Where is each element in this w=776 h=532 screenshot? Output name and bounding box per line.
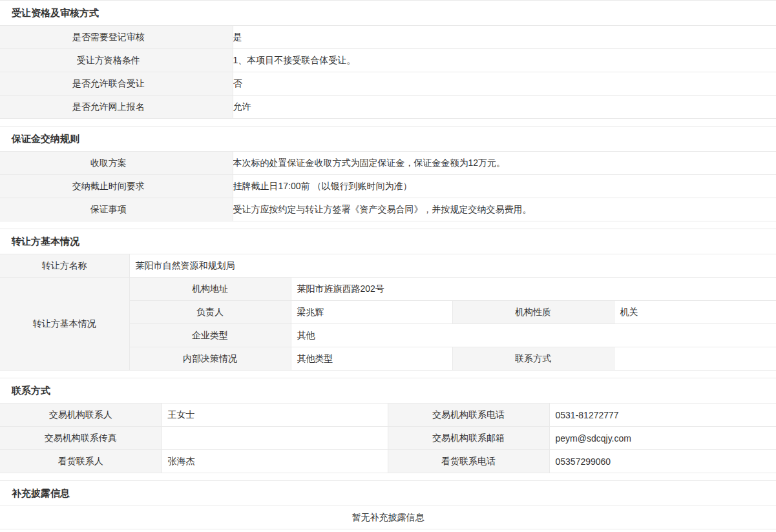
table-row: 交易机构联系人 王女士 交易机构联系电话 0531-81272777: [0, 404, 776, 427]
row-label: 交易机构联系电话: [388, 404, 549, 427]
table-row: 看货联系人 张海杰 看货联系电话 05357299060: [0, 450, 776, 473]
row-value: 王女士: [162, 404, 388, 427]
row-value: 05357299060: [549, 450, 776, 473]
row-value: 挂牌截止日17:00前 （以银行到账时间为准）: [233, 175, 776, 198]
row-label: 交易机构联系人: [0, 404, 162, 427]
row-value: 受让方应按约定与转让方签署《资产交易合同》，并按规定交纳交易费用。: [233, 198, 776, 221]
row-label: 看货联系人: [0, 450, 162, 473]
contact-table: 交易机构联系人 王女士 交易机构联系电话 0531-81272777 交易机构联…: [0, 404, 776, 473]
table-row: 是否需要登记审核 是: [0, 26, 776, 49]
row-value: 允许: [233, 96, 776, 119]
section-deposit-rules: 保证金交纳规则 收取方案 本次标的处置保证金收取方式为固定保证金，保证金金额为1…: [0, 126, 776, 221]
section-title: 受让资格及审核方式: [0, 1, 776, 26]
row-value: 其他: [291, 324, 776, 347]
table-row: 受让方资格条件 1、本项目不接受联合体受让。: [0, 49, 776, 72]
table-row: 转让方名称 莱阳市自然资源和规划局: [0, 254, 776, 278]
deposit-table: 收取方案 本次标的处置保证金收取方式为固定保证金，保证金金额为12万元。 交纳截…: [0, 152, 776, 221]
table-row: 交易机构联系传真 交易机构联系邮箱 peym@sdcqjy.com: [0, 427, 776, 450]
row-label: 受让方资格条件: [0, 49, 233, 72]
table-row: 保证事项 受让方应按约定与转让方签署《资产交易合同》，并按规定交纳交易费用。: [0, 198, 776, 221]
row-label: 机构性质: [452, 301, 614, 324]
table-row: 是否允许联合受让 否: [0, 72, 776, 96]
section-supplementary-disclosure: 补充披露信息 暂无补充披露信息: [0, 480, 776, 529]
row-value: 梁兆辉: [291, 301, 452, 324]
row-value: 机关: [614, 301, 776, 324]
section-title: 保证金交纳规则: [0, 127, 776, 152]
section-title: 补充披露信息: [0, 481, 776, 506]
section-title: 联系方式: [0, 378, 776, 404]
row-value: 1、本项目不接受联合体受让。: [233, 49, 776, 72]
disclosure-table: 暂无补充披露信息: [0, 506, 776, 529]
row-value: 本次标的处置保证金收取方式为固定保证金，保证金金额为12万元。: [233, 152, 776, 175]
table-row: 是否允许网上报名 允许: [0, 96, 776, 119]
table-row: 收取方案 本次标的处置保证金收取方式为固定保证金，保证金金额为12万元。: [0, 152, 776, 175]
row-label: 收取方案: [0, 152, 233, 175]
section-contact-info: 联系方式 交易机构联系人 王女士 交易机构联系电话 0531-81272777 …: [0, 378, 776, 473]
table-row: 转让方基本情况 机构地址 莱阳市旌旗西路202号: [0, 278, 776, 301]
row-value: peym@sdcqjy.com: [549, 427, 776, 450]
row-label: 联系方式: [452, 347, 614, 371]
row-label: 是否需要登记审核: [0, 26, 233, 49]
row-label: 机构地址: [129, 278, 291, 301]
transferor-table: 转让方名称 莱阳市自然资源和规划局 转让方基本情况 机构地址 莱阳市旌旗西路20…: [0, 254, 776, 371]
section-transferor-info: 转让方基本情况 转让方名称 莱阳市自然资源和规划局 转让方基本情况 机构地址 莱…: [0, 229, 776, 371]
row-label: 保证事项: [0, 198, 233, 221]
row-value: 是: [233, 26, 776, 49]
group-label: 转让方基本情况: [0, 278, 129, 371]
empty-disclosure-text: 暂无补充披露信息: [0, 506, 776, 529]
row-value: 莱阳市自然资源和规划局: [129, 254, 776, 278]
table-row: 暂无补充披露信息: [0, 506, 776, 529]
row-value: 张海杰: [162, 450, 388, 473]
row-label: 企业类型: [129, 324, 291, 347]
row-label: 看货联系电话: [388, 450, 549, 473]
row-value: 否: [233, 72, 776, 96]
row-value: 0531-81272777: [549, 404, 776, 427]
row-label: 交纳截止时间要求: [0, 175, 233, 198]
row-value: 莱阳市旌旗西路202号: [291, 278, 776, 301]
row-label: 是否允许联合受让: [0, 72, 233, 96]
row-value: [162, 427, 388, 450]
row-value: 其他类型: [291, 347, 452, 371]
row-label: 交易机构联系传真: [0, 427, 162, 450]
row-label: 交易机构联系邮箱: [388, 427, 549, 450]
row-label: 内部决策情况: [129, 347, 291, 371]
row-label: 是否允许网上报名: [0, 96, 233, 119]
qualification-table: 是否需要登记审核 是 受让方资格条件 1、本项目不接受联合体受让。 是否允许联合…: [0, 26, 776, 119]
table-row: 交纳截止时间要求 挂牌截止日17:00前 （以银行到账时间为准）: [0, 175, 776, 198]
row-value: [614, 347, 776, 371]
section-transfer-qualification: 受让资格及审核方式 是否需要登记审核 是 受让方资格条件 1、本项目不接受联合体…: [0, 0, 776, 119]
row-label: 负责人: [129, 301, 291, 324]
section-title: 转让方基本情况: [0, 229, 776, 254]
row-label: 转让方名称: [0, 254, 129, 278]
